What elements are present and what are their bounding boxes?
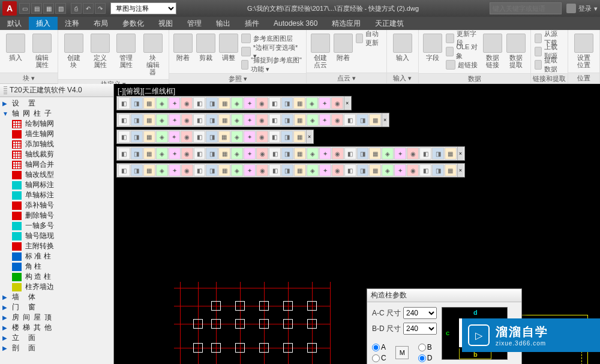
ribbon-extra-5-1[interactable]: 数据提取 xyxy=(506,32,527,70)
toolbar-button[interactable]: ◨ xyxy=(131,164,143,176)
ribbon-btn-7-0[interactable]: 设置位置 xyxy=(572,32,596,70)
toolbar-button[interactable]: ✦ xyxy=(244,114,256,126)
drawing-canvas[interactable]: [-][俯视][二维线框] ◧◨▦◈✦◉◧◨▦◈✦◉◧◨▦◈✦◉×◧◨▦◈✦◉◧… xyxy=(114,84,600,364)
ribbon-panel-title[interactable]: 块 ▾ xyxy=(0,73,58,83)
toolbar-button[interactable]: ▦ xyxy=(294,164,306,176)
toolbar-button[interactable]: ◧ xyxy=(344,164,356,176)
tree-node-22[interactable]: ▶楼梯其他 xyxy=(0,323,113,333)
toolbar-button[interactable]: ✦ xyxy=(169,164,181,176)
menu-tab-6[interactable]: 管理 xyxy=(180,17,209,30)
toolbar-button[interactable]: ✦ xyxy=(394,164,406,176)
toolbar-button[interactable]: ◧ xyxy=(269,164,281,176)
toolbar-button[interactable]: ◨ xyxy=(432,148,444,160)
toolbar-button[interactable]: ◈ xyxy=(382,164,394,176)
ribbon-btn-0-0[interactable]: 插入 xyxy=(4,32,28,62)
toolbar-button[interactable]: ▦ xyxy=(143,114,155,126)
ribbon-row-5-1[interactable]: OLE 对象 xyxy=(446,46,480,58)
toolbar-close-icon[interactable]: × xyxy=(344,97,350,110)
toolbar-button[interactable]: ◈ xyxy=(231,97,243,109)
toolbar-button[interactable]: ◈ xyxy=(156,148,168,160)
toolbar-button[interactable]: ◨ xyxy=(131,97,143,109)
toolbar-button[interactable]: ▦ xyxy=(218,148,230,160)
qat-print-icon[interactable]: ⎙ xyxy=(71,3,82,14)
toolbar-button[interactable]: ◧ xyxy=(269,114,281,126)
menu-tab-4[interactable]: 参数化 xyxy=(115,17,151,30)
toolbar-button[interactable]: ◉ xyxy=(256,114,268,126)
toolbar-button[interactable]: ◧ xyxy=(118,131,130,143)
ribbon-btn-3-1[interactable]: 附着 xyxy=(333,32,353,62)
toolbar-button[interactable]: ▦ xyxy=(218,164,230,176)
toolbar-button[interactable]: ◉ xyxy=(256,148,268,160)
toolbar-close-icon[interactable]: × xyxy=(306,130,312,143)
toolbar-button[interactable]: ◈ xyxy=(382,148,394,160)
toolbar-button[interactable]: ▦ xyxy=(369,164,381,176)
login-button[interactable]: 登录 ▾ xyxy=(566,4,598,13)
toolbar-button[interactable]: ◨ xyxy=(131,131,143,143)
tree-node-11[interactable]: 删除轴号 xyxy=(0,210,113,221)
toolbar-button[interactable]: ◉ xyxy=(332,148,344,160)
toolbar-button[interactable]: ◈ xyxy=(156,131,168,143)
floating-toolbar-2[interactable]: ◧◨▦◈✦◉◧◨▦◈✦◉◧◨▦× xyxy=(116,130,314,144)
toolbar-button[interactable]: ◧ xyxy=(193,131,205,143)
toolbar-button[interactable]: ▦ xyxy=(143,148,155,160)
toolbar-button[interactable]: ◈ xyxy=(231,148,243,160)
toolbar-button[interactable]: ✦ xyxy=(319,114,331,126)
toolbar-close-icon[interactable]: × xyxy=(382,113,388,127)
toolbar-button[interactable]: ✦ xyxy=(169,114,181,126)
ribbon-panel-title[interactable]: 点云 ▾ xyxy=(307,73,386,83)
ribbon-row-6-2[interactable]: 提取数据 xyxy=(535,59,564,71)
toolbar-button[interactable]: ◨ xyxy=(131,148,143,160)
ribbon-row-2-2[interactable]: "捕捉到参考底图" 功能 ▾ xyxy=(241,59,302,71)
m-button[interactable]: M xyxy=(395,346,409,359)
toolbar-button[interactable]: ◨ xyxy=(356,114,368,126)
qat-open-icon[interactable]: ▤ xyxy=(31,3,42,14)
tree-node-0[interactable]: ▶设 置 xyxy=(0,98,113,109)
toolbar-button[interactable]: ◉ xyxy=(181,97,193,109)
menu-tab-7[interactable]: 输出 xyxy=(209,17,238,30)
qat-new-icon[interactable]: ▭ xyxy=(19,3,30,14)
menu-tab-1[interactable]: 插入 xyxy=(29,17,58,30)
toolbar-button[interactable]: ✦ xyxy=(169,148,181,160)
toolbar-button[interactable]: ◧ xyxy=(344,148,356,160)
toolbar-button[interactable]: ◈ xyxy=(231,114,243,126)
menu-tab-10[interactable]: 精选应用 xyxy=(325,17,368,30)
toolbar-button[interactable]: ◧ xyxy=(118,164,130,176)
ribbon-btn-3-0[interactable]: 创建点云 xyxy=(310,32,331,70)
toolbar-button[interactable]: ◉ xyxy=(331,114,343,126)
menu-tab-3[interactable]: 布局 xyxy=(86,17,115,30)
tree-node-6[interactable]: 轴网合并 xyxy=(0,160,113,170)
tree-node-15[interactable]: 标 准 柱 xyxy=(0,251,113,261)
menu-tab-2[interactable]: 注释 xyxy=(58,17,86,30)
toolbar-button[interactable]: ✦ xyxy=(244,97,256,109)
toolbar-button[interactable]: ◧ xyxy=(344,114,356,126)
toolbar-button[interactable]: ◉ xyxy=(181,131,193,143)
ribbon-btn-2-2[interactable]: 调整 xyxy=(218,32,239,62)
toolbar-button[interactable]: ◉ xyxy=(332,164,344,176)
ribbon-btn-1-1[interactable]: 定义属性 xyxy=(88,32,112,70)
toolbar-button[interactable]: ▦ xyxy=(143,164,155,176)
toolbar-button[interactable]: ◉ xyxy=(331,97,343,109)
viewport-label[interactable]: [-][俯视][二维线框] xyxy=(118,86,175,97)
toolbar-button[interactable]: ◈ xyxy=(307,164,319,176)
toolbar-button[interactable]: ◉ xyxy=(256,97,268,109)
tree-node-16[interactable]: 角 柱 xyxy=(0,261,113,272)
workspace-combo[interactable]: 草图与注释 xyxy=(110,2,176,14)
toolbar-button[interactable]: ▦ xyxy=(445,164,457,176)
ribbon-btn-1-2[interactable]: 管理属性 xyxy=(115,32,139,70)
toolbar-button[interactable]: ▦ xyxy=(218,131,230,143)
toolbar-button[interactable]: ✦ xyxy=(319,148,331,160)
floating-toolbar-0[interactable]: ◧◨▦◈✦◉◧◨▦◈✦◉◧◨▦◈✦◉× xyxy=(116,96,352,110)
tree-node-7[interactable]: 轴改线型 xyxy=(0,170,113,180)
toolbar-button[interactable]: ✦ xyxy=(169,131,181,143)
toolbar-button[interactable]: ▦ xyxy=(294,148,306,160)
toolbar-button[interactable]: ◈ xyxy=(307,114,319,126)
tree-node-12[interactable]: 一轴多号 xyxy=(0,221,113,231)
qat-redo-icon[interactable]: ↷ xyxy=(95,3,106,14)
ribbon-panel-title[interactable]: 参照 ▾ xyxy=(169,73,306,83)
toolbar-button[interactable]: ◧ xyxy=(194,164,206,176)
dialog-title[interactable]: 构造柱参数 xyxy=(367,289,521,302)
toolbar-button[interactable]: ◨ xyxy=(281,114,293,126)
menu-tab-8[interactable]: 插件 xyxy=(238,17,266,30)
toolbar-button[interactable]: ◉ xyxy=(256,131,268,143)
toolbar-button[interactable]: ◈ xyxy=(231,164,243,176)
